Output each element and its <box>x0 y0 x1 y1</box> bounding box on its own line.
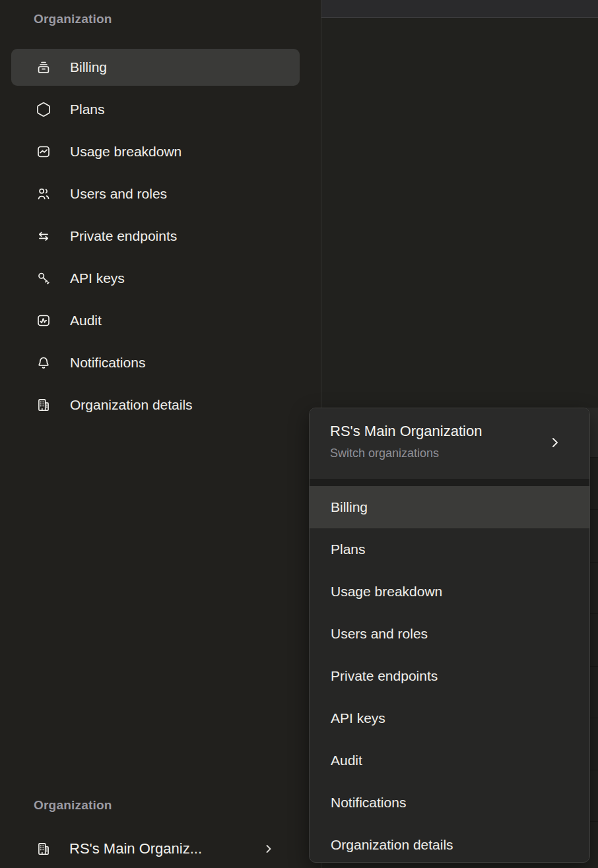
sidebar-item-label: Users and roles <box>70 186 167 202</box>
sidebar-section-label: Organization <box>34 12 112 26</box>
menu-item-usage-breakdown[interactable]: Usage breakdown <box>310 571 589 613</box>
menu-item-users-and-roles[interactable]: Users and roles <box>310 613 589 655</box>
sidebar-item-billing[interactable]: Billing <box>0 46 320 88</box>
bell-icon <box>36 355 51 371</box>
chart-icon <box>36 144 51 160</box>
sidebar-item-plans[interactable]: Plans <box>0 88 320 131</box>
building-icon <box>36 841 51 857</box>
sidebar-item-label: Plans <box>70 102 105 117</box>
organization-switcher[interactable]: RS's Main Organiz... <box>0 828 320 868</box>
sidebar-item-label: Audit <box>70 313 102 328</box>
menu-list: Billing Plans Usage breakdown Users and … <box>310 486 589 863</box>
activity-icon <box>36 313 51 328</box>
key-icon <box>36 270 51 286</box>
chevron-right-icon <box>547 435 563 450</box>
active-highlight <box>11 49 300 86</box>
top-bar <box>321 0 598 18</box>
sidebar-item-label: Private endpoints <box>70 228 177 244</box>
sidebar-nav: Billing Plans Usage breakdown <box>0 46 320 426</box>
sidebar: Organization Billing Plans <box>0 0 321 868</box>
sidebar-item-notifications[interactable]: Notifications <box>0 342 320 384</box>
sidebar-item-organization-details[interactable]: Organization details <box>0 384 320 426</box>
billing-icon <box>36 59 51 75</box>
menu-org-header[interactable]: RS's Main Organization Switch organizati… <box>310 408 589 479</box>
menu-divider <box>310 479 589 486</box>
organization-menu: RS's Main Organization Switch organizati… <box>309 408 590 863</box>
sidebar-item-label: Usage breakdown <box>70 144 182 160</box>
menu-item-organization-details[interactable]: Organization details <box>310 824 589 863</box>
menu-item-api-keys[interactable]: API keys <box>310 697 589 739</box>
sidebar-item-usage-breakdown[interactable]: Usage breakdown <box>0 131 320 173</box>
organization-switcher-label: RS's Main Organiz... <box>69 840 202 857</box>
sidebar-item-label: Organization details <box>70 397 193 413</box>
menu-item-plans[interactable]: Plans <box>310 528 589 571</box>
menu-item-audit[interactable]: Audit <box>310 739 589 782</box>
hexagon-icon <box>36 102 51 117</box>
sidebar-item-label: Billing <box>70 59 107 75</box>
sidebar-item-label: API keys <box>70 270 125 286</box>
swap-arrows-icon <box>36 228 51 244</box>
users-icon <box>36 186 51 202</box>
sidebar-item-audit[interactable]: Audit <box>0 299 320 342</box>
building-icon <box>36 397 51 413</box>
sidebar-footer-section-label: Organization <box>34 798 112 813</box>
sidebar-item-users-and-roles[interactable]: Users and roles <box>0 173 320 215</box>
menu-item-private-endpoints[interactable]: Private endpoints <box>310 655 589 697</box>
menu-item-notifications[interactable]: Notifications <box>310 782 589 824</box>
sidebar-item-label: Notifications <box>70 355 145 371</box>
chevron-right-icon <box>262 842 275 855</box>
menu-item-billing[interactable]: Billing <box>310 486 589 528</box>
sidebar-item-api-keys[interactable]: API keys <box>0 257 320 299</box>
sidebar-item-private-endpoints[interactable]: Private endpoints <box>0 215 320 257</box>
